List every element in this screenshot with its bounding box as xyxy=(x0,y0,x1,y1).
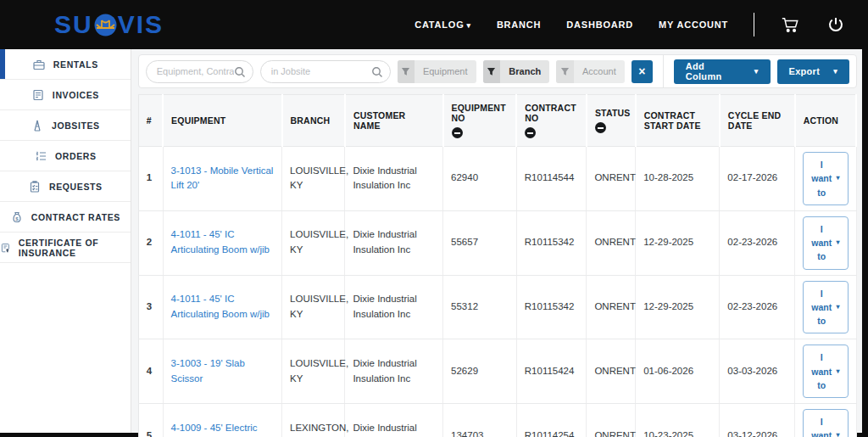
i-want-to-button[interactable]: I want to▾ xyxy=(803,409,848,437)
logo-text-post: VIS xyxy=(118,10,164,39)
col-header-contract-no: CONTRACT NO xyxy=(516,95,587,147)
rentals-table: # EQUIPMENT BRANCH CUSTOMER NAME EQUIPME… xyxy=(138,94,857,437)
contract-no-cell: R10114254 xyxy=(516,404,587,437)
col-header-equipment-no: EQUIPMENT NO xyxy=(443,95,517,147)
filter-chip-label: Branch xyxy=(500,66,549,76)
sidebar-item-label: CONTRACT RATES xyxy=(31,212,120,222)
rentals-icon xyxy=(32,58,46,71)
i-want-to-button[interactable]: I want to▾ xyxy=(803,216,848,270)
nav-dashboard[interactable]: DASHBOARD xyxy=(566,20,633,30)
customer-cell: Dixie Industrial Insulation Inc xyxy=(345,147,443,211)
row-index: 4 xyxy=(138,339,163,404)
table-row: 4 3-1003 - 19' Slab Scissor LOUISVILLE, … xyxy=(138,339,856,404)
content-area: Equipment Branch Account × Add Column ▾ … xyxy=(131,49,862,433)
top-header: SU VIS CATALOG▾ BRANCH DASHBOARD MY ACCO… xyxy=(0,0,868,49)
clear-filters-button[interactable]: × xyxy=(632,60,653,83)
equipment-no-cell: 62940 xyxy=(443,147,517,211)
equipment-search xyxy=(146,60,253,83)
chevron-down-icon: ▾ xyxy=(467,21,471,30)
row-index: 3 xyxy=(138,275,163,339)
sidebar-item-invoices[interactable]: INVOICES xyxy=(0,80,131,110)
customer-cell: Dixie Industrial Insulation Inc xyxy=(345,404,443,437)
search-icon xyxy=(371,66,383,78)
certificate-icon xyxy=(0,241,11,255)
funnel-icon xyxy=(560,67,570,76)
equipment-no-cell: 134703 xyxy=(443,404,517,437)
branch-cell: LOUISVILLE, KY xyxy=(282,210,345,275)
chevron-down-icon: ▾ xyxy=(836,367,839,377)
customer-cell: Dixie Industrial Insulation Inc xyxy=(345,275,443,339)
status-cell: ONRENT xyxy=(587,147,636,211)
sidebar: RENTALS INVOICES JOBSITES ORDERS REQUEST… xyxy=(0,49,131,433)
table-row: 5 4-1009 - 45' Electric Boom w/ jib LEXI… xyxy=(138,404,856,437)
equipment-link[interactable]: 4-1011 - 45' IC Articulating Boom w/jib xyxy=(171,229,270,255)
equipment-link[interactable]: 3-1003 - 19' Slab Scissor xyxy=(171,358,245,384)
sidebar-item-rentals[interactable]: RENTALS xyxy=(0,49,131,80)
i-want-to-button[interactable]: I want to▾ xyxy=(803,345,848,398)
search-icon xyxy=(234,66,246,78)
nav-my-account[interactable]: MY ACCOUNT xyxy=(659,20,728,30)
top-navigation: CATALOG▾ BRANCH DASHBOARD MY ACCOUNT xyxy=(415,13,846,36)
equipment-link[interactable]: 4-1011 - 45' IC Articulating Boom w/jib xyxy=(171,294,270,319)
close-icon: × xyxy=(638,64,645,78)
column-filter-minus-icon[interactable] xyxy=(525,127,536,138)
row-index: 2 xyxy=(138,210,163,275)
row-index: 5 xyxy=(138,404,163,437)
sidebar-item-label: ORDERS xyxy=(55,151,97,161)
funnel-icon xyxy=(487,67,496,76)
sidebar-item-requests[interactable]: REQUESTS xyxy=(0,171,131,202)
cycle-end-date-cell: 03-12-2026 xyxy=(720,404,795,437)
contract-no-cell: R10115424 xyxy=(516,339,587,404)
branch-cell: LOUISVILLE, KY xyxy=(282,275,345,339)
brand-logo[interactable]: SU VIS xyxy=(54,10,164,39)
nav-catalog[interactable]: CATALOG▾ xyxy=(415,20,471,30)
header-divider xyxy=(754,13,754,36)
i-want-to-button[interactable]: I want to▾ xyxy=(803,281,848,334)
orders-icon xyxy=(34,149,47,163)
sidebar-item-certificate-of-insurance[interactable]: CERTIFICATE OF INSURANCE xyxy=(0,233,131,263)
filter-chip-equipment[interactable]: Equipment xyxy=(398,60,476,83)
col-header-cycle-end-date: CYCLE END DATE xyxy=(720,95,795,147)
filter-chip-branch[interactable]: Branch xyxy=(483,60,550,83)
table-row: 2 4-1011 - 45' IC Articulating Boom w/ji… xyxy=(138,210,856,275)
jobsite-search xyxy=(260,60,391,83)
filter-chip-label: Account xyxy=(574,66,625,76)
funnel-icon xyxy=(401,67,410,76)
col-header-contract-start-date: CONTRACT START DATE xyxy=(636,95,720,147)
start-date-cell: 10-23-2025 xyxy=(636,404,720,437)
table-row: 3 4-1011 - 45' IC Articulating Boom w/ji… xyxy=(138,275,856,339)
chevron-down-icon: ▾ xyxy=(754,67,759,76)
sidebar-item-label: CERTIFICATE OF INSURANCE xyxy=(19,238,131,258)
contract-rates-icon: $ xyxy=(10,210,24,224)
contract-no-cell: R10115342 xyxy=(516,210,587,275)
jobsites-icon xyxy=(31,119,44,132)
equipment-link[interactable]: 4-1009 - 45' Electric Boom w/ jib xyxy=(171,423,258,437)
cart-icon[interactable] xyxy=(780,14,800,35)
table-header-row: # EQUIPMENT BRANCH CUSTOMER NAME EQUIPME… xyxy=(138,95,856,147)
toolbar-divider xyxy=(663,54,664,88)
add-column-button[interactable]: Add Column ▾ xyxy=(674,59,771,84)
cycle-end-date-cell: 02-23-2026 xyxy=(720,210,795,275)
sidebar-item-contract-rates[interactable]: $ CONTRACT RATES xyxy=(0,202,131,233)
sidebar-item-orders[interactable]: ORDERS xyxy=(0,141,131,171)
export-button[interactable]: Export ▾ xyxy=(777,59,849,84)
filter-chip-account[interactable]: Account xyxy=(556,60,625,83)
col-header-customer-name: CUSTOMER NAME xyxy=(345,95,443,147)
power-icon[interactable] xyxy=(826,14,846,35)
cycle-end-date-cell: 02-23-2026 xyxy=(720,275,795,339)
sidebar-item-jobsites[interactable]: JOBSITES xyxy=(0,110,131,141)
col-header-branch: BRANCH xyxy=(282,95,345,147)
start-date-cell: 12-29-2025 xyxy=(636,275,720,339)
sidebar-item-label: RENTALS xyxy=(53,59,98,70)
column-filter-minus-icon[interactable] xyxy=(452,127,463,138)
equipment-link[interactable]: 3-1013 - Mobile Vertical Lift 20' xyxy=(171,165,274,191)
column-filter-minus-icon[interactable] xyxy=(595,122,606,133)
i-want-to-button[interactable]: I want to▾ xyxy=(803,152,848,205)
chevron-down-icon: ▾ xyxy=(836,173,839,183)
nav-branch[interactable]: BRANCH xyxy=(497,20,541,30)
start-date-cell: 10-28-2025 xyxy=(636,147,720,211)
chevron-down-icon: ▾ xyxy=(836,302,839,312)
chevron-down-icon: ▾ xyxy=(836,238,839,248)
start-date-cell: 01-06-2026 xyxy=(636,339,720,404)
filter-toolbar: Equipment Branch Account × Add Column ▾ … xyxy=(138,54,857,88)
